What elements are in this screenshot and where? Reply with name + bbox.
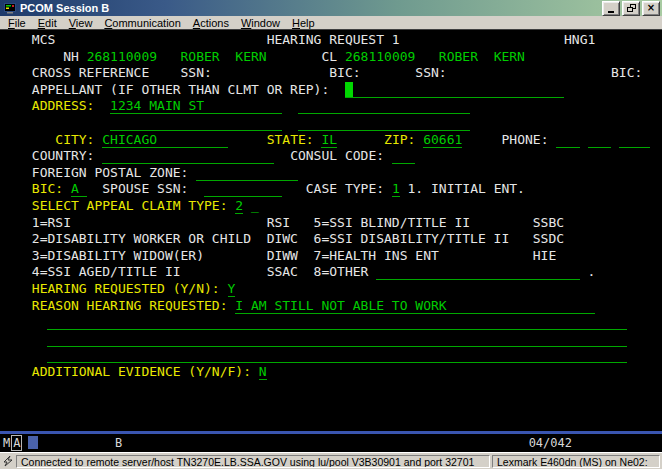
terminal-row [24,414,662,431]
terminal-row: 1=RSI RSI 5=SSI BLIND/TITLE II SSBC [24,215,662,232]
close-button[interactable]: × [642,1,660,16]
terminal-row: CROSS REFERENCE SSN: BIC: SSN: BIC: [24,65,662,82]
screen-text [24,331,47,346]
screen-text [580,132,588,147]
restore-button[interactable] [622,1,640,16]
input-field[interactable] [102,148,274,164]
app-icon [4,2,16,14]
input-field[interactable] [298,115,470,131]
terminal-row: APPELLANT (IF OTHER THAN CLMT OR REP): [24,82,662,99]
terminal-row [24,380,662,397]
input-field[interactable]: IL [321,132,337,148]
screen-text: 1. INITIAL ENT. [400,181,525,196]
screen-text: FOREIGN POSTAL ZONE: [24,165,196,180]
input-field[interactable] [353,82,564,98]
terminal-row [24,314,662,331]
screen-text: 3=DISABILITY WIDOW(ER) DIWW 7=HEALTH INS… [24,248,556,263]
input-field[interactable]: 1 [392,181,400,197]
menu-communication[interactable]: Communication [98,17,186,29]
screen-text: 268110009 ROBER KERN [345,49,525,64]
input-field[interactable] [556,132,579,148]
screen-text [63,181,71,196]
screen-text: SELECT APPEAL CLAIM TYPE: [24,198,235,213]
screen-text: REASON HEARING REQUESTED: [24,298,235,313]
menu-file[interactable]: File [2,17,32,29]
menu-window[interactable]: Window [235,17,286,29]
menu-view[interactable]: View [63,17,99,29]
screen-text [282,181,305,196]
input-field[interactable] [298,98,470,114]
screen-text: _ [251,198,259,213]
screen-text [94,98,110,113]
input-field[interactable]: 2 [235,198,243,214]
screen-text: MCS HEARING REQUEST 1 HNG1 [24,32,595,47]
screen-text: CONSUL CODE: [290,148,384,163]
screen-text [282,98,298,113]
menu-help[interactable]: Help [286,17,321,29]
input-field[interactable] [619,132,650,148]
menu-edit[interactable]: Edit [32,17,63,29]
screen-text [243,198,251,213]
connection-status-icon [0,454,16,469]
application-window: PCOM Session B × FileEditViewCommunicati… [0,0,662,469]
screen-text [337,132,384,147]
input-field[interactable] [47,347,626,363]
screen-text: ZIP: [384,132,415,147]
input-field[interactable] [196,165,298,181]
terminal-cursor[interactable] [345,82,353,98]
window-title: PCOM Session B [20,2,600,14]
screen-text: STATE: [267,132,314,147]
screen-text [384,148,392,163]
screen-text: APPELLANT (IF OTHER THAN CLMT OR REP): [24,82,345,97]
input-field[interactable]: N [259,364,267,380]
screen-text: CASE TYPE: [306,181,392,196]
printer-status-text: Lexmark E460dn (MS) on Ne02: [492,455,660,468]
input-field[interactable]: 60661 [423,132,462,148]
screen-text [462,132,501,147]
menu-actions[interactable]: Actions [187,17,235,29]
screen-text: PHONE: [502,132,549,147]
screen-text: BIC: [24,181,63,196]
input-field[interactable] [47,331,626,347]
connection-status-text: Connected to remote server/host TN3270E.… [16,455,490,468]
screen-text: NH [24,49,87,64]
screen-text: COUNTRY: [24,148,102,163]
input-field[interactable]: Y [228,281,236,297]
terminal-row: BIC: A SPOUSE SSN: CASE TYPE: 1 1. INITI… [24,181,662,198]
terminal-row: NH 268110009 ROBER KERN CL 268110009 ROB… [24,49,662,66]
terminal-row: COUNTRY: CONSUL CODE: [24,148,662,165]
terminal-row: ADDRESS: 1234 MAIN ST [24,98,662,115]
terminal-row: 4=SSI AGED/TITLE II SSAC 8=OTHER . [24,264,662,281]
input-field[interactable] [204,181,282,197]
input-field[interactable] [110,115,282,131]
terminal-row: HEARING REQUESTED (Y/N): Y [24,281,662,298]
screen-text: 268110009 ROBER KERN [87,49,267,64]
screen-text: . [580,264,596,279]
input-field[interactable]: 1234 MAIN ST [110,98,282,114]
terminal-screen[interactable]: MCS HEARING REQUEST 1 HNG1 NH 268110009 … [0,30,662,431]
terminal-row: CITY: CHICAGO STATE: IL ZIP: 60661 PHONE… [24,132,662,149]
input-field[interactable]: CHICAGO [102,132,227,148]
restore-icon [627,4,636,12]
terminal-row: MCS HEARING REQUEST 1 HNG1 [24,32,662,49]
input-field[interactable]: A [71,181,87,197]
input-field[interactable] [376,264,580,280]
input-field[interactable] [588,132,611,148]
terminal-row [24,347,662,364]
terminal-row: SELECT APPEAL CLAIM TYPE: 2 _ [24,198,662,215]
title-bar: PCOM Session B × [0,0,662,16]
input-field[interactable]: I AM STILL NOT ABLE TO WORK [235,298,595,314]
minimize-icon [608,11,614,13]
session-short-name: B [115,436,122,450]
input-field[interactable] [392,148,415,164]
close-icon: × [647,3,655,13]
screen-text [282,115,298,130]
status-bar: Connected to remote server/host TN3270E.… [0,452,662,469]
cursor-position-indicator: 04/042 [529,436,572,450]
minimize-button[interactable] [602,1,620,16]
screen-text: ADDITIONAL EVIDENCE (Y/N/F): [24,364,259,379]
input-field[interactable] [47,314,626,330]
terminal-row [24,331,662,348]
screen-text [24,115,110,130]
menu-bar: FileEditViewCommunicationActionsWindowHe… [0,16,662,30]
